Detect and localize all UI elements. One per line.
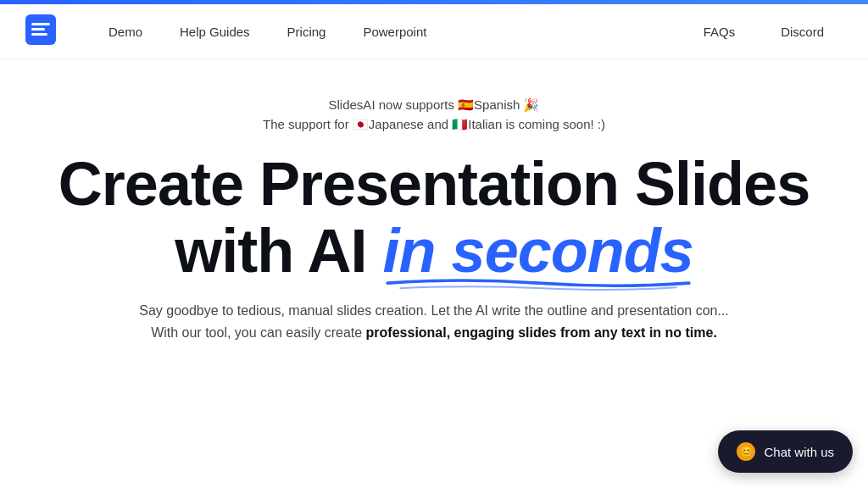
- svg-rect-1: [31, 23, 50, 25]
- navbar: Demo Help Guides Pricing Powerpoint FAQs…: [0, 4, 868, 59]
- chat-button-label: Chat with us: [764, 445, 834, 459]
- svg-rect-2: [31, 28, 45, 30]
- hero-heading-line1: Create Presentation Slides: [58, 150, 810, 218]
- nav-item-discord[interactable]: Discord: [762, 18, 843, 46]
- nav-item-help-guides[interactable]: Help Guides: [161, 18, 269, 46]
- hero-subtext-bold: professional, engaging slides from any t…: [366, 325, 717, 340]
- nav-item-faqs[interactable]: FAQs: [685, 18, 754, 46]
- underline-decoration: [383, 276, 693, 291]
- chat-icon: 😊: [737, 442, 755, 461]
- hero-heading-line2-prefix: with AI: [175, 217, 382, 285]
- logo[interactable]: [25, 14, 56, 48]
- hero-heading: Create Presentation Slides with AI in se…: [58, 151, 810, 285]
- nav-right: FAQs Discord: [685, 18, 843, 46]
- nav-item-pricing[interactable]: Pricing: [269, 18, 345, 46]
- announcement-line1: SlidesAI now supports 🇪🇸Spanish 🎉: [263, 97, 605, 113]
- nav-left: Demo Help Guides Pricing Powerpoint: [90, 18, 685, 46]
- hero-subtext-part2: With our tool, you can easily create: [151, 325, 365, 340]
- announcement-line2: The support for 🇯🇵Japanese and 🇮🇹Italian…: [263, 117, 605, 132]
- hero-subtext-part1: Say goodbye to tedious, manual slides cr…: [139, 303, 729, 318]
- hero-subtext: Say goodbye to tedious, manual slides cr…: [139, 300, 729, 343]
- hero-heading-highlight: in seconds: [383, 218, 693, 285]
- nav-item-powerpoint[interactable]: Powerpoint: [344, 18, 445, 46]
- chat-button[interactable]: 😊 Chat with us: [718, 430, 853, 473]
- svg-rect-3: [31, 33, 47, 36]
- nav-item-demo[interactable]: Demo: [90, 18, 161, 46]
- main-content: SlidesAI now supports 🇪🇸Spanish 🎉 The su…: [0, 59, 868, 344]
- announcement-bar: SlidesAI now supports 🇪🇸Spanish 🎉 The su…: [263, 97, 605, 132]
